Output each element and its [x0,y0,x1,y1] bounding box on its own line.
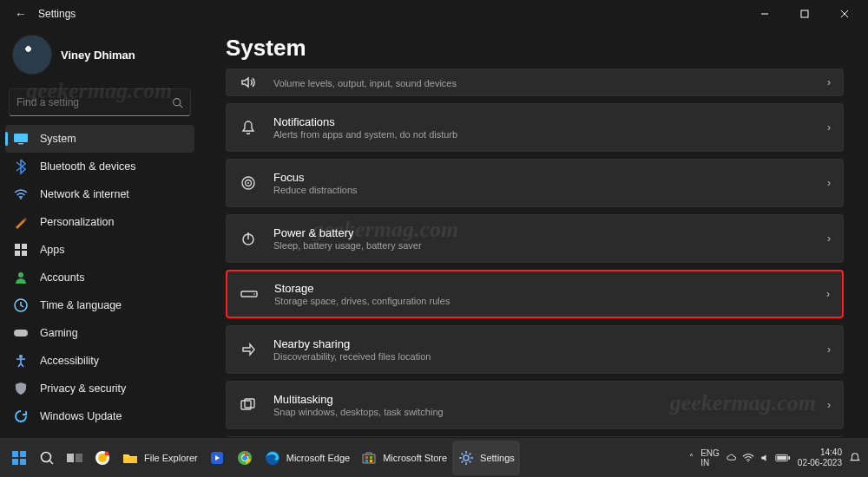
user-profile[interactable]: Viney Dhiman [0,28,200,88]
svg-rect-46 [370,460,372,462]
search-box[interactable] [9,88,191,116]
taskbar-app-label: Microsoft Store [383,453,447,463]
sidebar-item-label: Gaming [40,327,78,339]
close-button[interactable] [825,0,865,28]
back-button[interactable]: ← [3,0,38,28]
taskbar-app-label: Settings [480,453,515,463]
sidebar-item-label: Accessibility [40,355,99,367]
update-icon [12,408,30,425]
svg-rect-6 [14,134,28,142]
chevron-up-icon[interactable]: ˄ [689,453,694,462]
sidebar-item-label: Windows Update [40,410,122,422]
taskbar-app-chrome[interactable] [231,441,259,475]
svg-line-31 [49,461,53,464]
svg-rect-11 [15,251,20,256]
settings-card-sound[interactable]: Volume levels, output, input, sound devi… [226,69,844,96]
start-icon [10,449,28,467]
sidebar-item-accounts[interactable]: Accounts [5,264,194,291]
avatar [12,35,52,75]
sidebar-item-privacy[interactable]: Privacy & security [5,375,194,402]
taskbar-tray[interactable]: ˄ ENGIN 14:40 02-06-2023 [689,448,868,467]
tray-icons[interactable] [727,453,791,463]
sidebar-item-personalization[interactable]: Personalization [5,208,194,236]
sidebar-item-gaming[interactable]: Gaming [5,319,194,347]
svg-rect-29 [20,459,26,465]
settings-card-nearby[interactable]: Nearby sharingDiscoverability, received … [226,325,844,374]
user-name: Viney Dhiman [61,49,135,62]
taskbar-app-label: File Explorer [144,453,198,463]
search-input[interactable] [16,96,167,108]
taskbar-app-taskview[interactable] [61,441,89,475]
search-icon [172,97,183,108]
taskbar: File ExplorerMicrosoft EdgeMicrosoft Sto… [0,437,868,477]
taskbar-app-settings[interactable]: Settings [452,441,520,475]
sidebar-item-label: Apps [40,244,65,256]
sidebar-item-bluetooth[interactable]: Bluetooth & devices [5,153,194,180]
tray-lang[interactable]: ENGIN [700,448,720,467]
sidebar-item-system[interactable]: System [5,125,194,153]
chevron-right-icon: › [827,343,831,356]
chevron-right-icon: › [827,232,831,245]
videohub-icon [208,449,226,467]
card-subtitle: Reduce distractions [273,185,358,195]
main-panel: System Volume levels, output, input, sou… [200,28,868,441]
svg-point-8 [20,198,22,199]
minimize-button[interactable] [745,0,785,28]
network-icon [12,186,30,203]
svg-point-47 [464,455,469,461]
svg-rect-28 [12,459,18,465]
sidebar-item-apps[interactable]: Apps [5,236,194,264]
card-subtitle: Snap windows, desktops, task switching [273,407,444,417]
battery-icon [775,454,791,462]
settings-card-power[interactable]: Power & batterySleep, battery usage, bat… [226,214,844,263]
sidebar-item-label: Accounts [40,271,84,284]
svg-rect-50 [788,456,790,460]
sidebar-item-label: System [40,133,76,145]
sidebar-item-time[interactable]: Time & language [5,291,194,319]
taskbar-app-start[interactable] [5,441,33,475]
taskbar-app-msstore[interactable]: Microsoft Store [355,441,452,475]
taskbar-app-explorer[interactable]: File Explorer [116,441,203,475]
card-subtitle: Discoverability, received files location [273,351,431,362]
chevron-right-icon: › [827,121,831,134]
svg-point-36 [105,451,109,455]
settings-card-storage[interactable]: StorageStorage space, drives, configurat… [226,270,844,318]
taskbar-app-videohub[interactable] [203,441,231,475]
sidebar-item-accessibility[interactable]: Accessibility [5,347,194,375]
svg-rect-32 [67,454,74,462]
card-subtitle: Volume levels, output, input, sound devi… [273,78,457,88]
svg-point-30 [42,452,51,461]
search-icon [38,449,56,467]
svg-rect-15 [14,330,28,337]
nearby-icon [239,343,258,356]
settings-card-multitasking[interactable]: MultitaskingSnap windows, desktops, task… [226,381,844,429]
taskbar-clock[interactable]: 14:40 02-06-2023 [798,448,842,467]
svg-rect-26 [12,451,18,457]
window-title: Settings [38,8,76,20]
card-subtitle: Sleep, battery usage, battery saver [273,240,422,251]
settings-list[interactable]: Volume levels, output, input, sound devi… [226,69,851,441]
sidebar-item-network[interactable]: Network & internet [5,180,194,208]
svg-point-23 [253,293,255,295]
svg-rect-43 [365,456,368,459]
taskbar-app-edge[interactable]: Microsoft Edge [259,441,355,475]
wifi-icon [742,453,754,463]
svg-point-48 [747,461,748,461]
svg-rect-33 [76,454,82,462]
notification-bell-icon[interactable] [849,452,861,464]
accessibility-icon [12,352,30,369]
edge-icon [264,449,281,467]
card-title: Nearby sharing [273,337,431,350]
svg-rect-10 [22,244,27,249]
multitasking-icon [239,398,258,412]
sidebar-item-update[interactable]: Windows Update [5,402,194,430]
settings-card-focus[interactable]: FocusReduce distractions› [226,159,844,207]
taskbar-app-search[interactable] [33,441,61,475]
svg-rect-27 [20,451,26,457]
taskbar-apps: File ExplorerMicrosoft EdgeMicrosoft Sto… [0,441,520,475]
maximize-button[interactable] [785,0,825,28]
settings-card-notifications[interactable]: NotificationsAlerts from apps and system… [226,103,844,152]
taskbar-app-chat[interactable] [89,441,116,475]
sidebar-item-label: Privacy & security [40,382,126,395]
sidebar: Viney Dhiman SystemBluetooth & devicesNe… [0,28,200,441]
